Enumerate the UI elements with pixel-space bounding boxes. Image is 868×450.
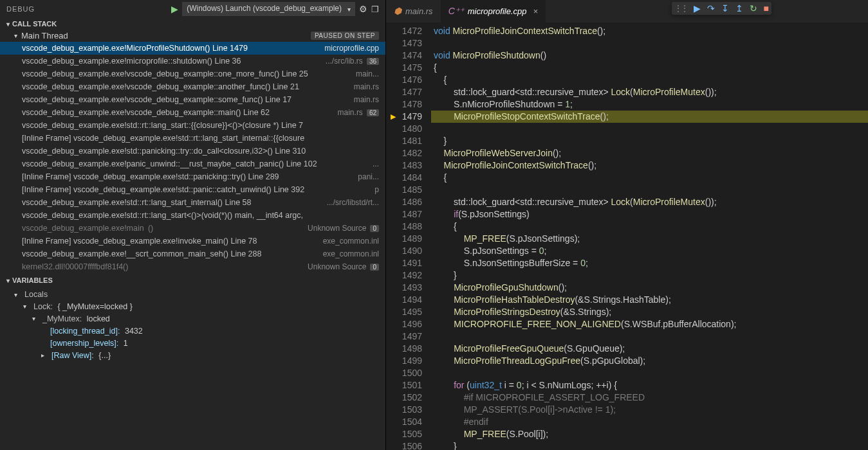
stack-frame[interactable]: vscode_debug_example.exe!std::rt::lang_s… — [0, 209, 385, 222]
code-line[interactable]: for (uint32_t i = 0; i < S.nNumLogs; ++i… — [431, 379, 868, 392]
chevron-right-icon: ▸ — [41, 352, 48, 359]
frame-label: vscode_debug_example.exe!vscode_debug_ex… — [22, 82, 349, 91]
stack-frame[interactable]: vscode_debug_example.exe!MicroProfileShu… — [0, 42, 385, 55]
code-line[interactable]: MicroProfileHashTableDestroy(&S.Strings.… — [431, 294, 868, 306]
locals-scope[interactable]: ▾ Locals — [0, 289, 385, 300]
code-line[interactable]: std::lock_guard<std::recursive_mutex> Lo… — [431, 86, 868, 98]
callstack-section-header[interactable]: ▾ CALL STACK — [0, 18, 385, 30]
stack-frame[interactable]: vscode_debug_example.exe!main ()Unknown … — [0, 222, 385, 235]
thread-state-badge: PAUSED ON STEP — [311, 32, 379, 40]
line-number: 1482 — [400, 147, 422, 159]
code-line[interactable]: { — [431, 221, 868, 233]
line-number: 1485 — [400, 184, 422, 196]
tab-microprofile-cpp[interactable]: C⁺⁺ microprofile.cpp × — [441, 0, 546, 22]
tab-label: microprofile.cpp — [468, 6, 527, 16]
code-line[interactable]: S.nJsonSettingsBufferSize = 0; — [431, 257, 868, 269]
stack-frame[interactable]: [Inline Frame] vscode_debug_example.exe!… — [0, 170, 385, 183]
line-number: 1480 — [400, 123, 422, 135]
stack-frame[interactable]: vscode_debug_example.exe!vscode_debug_ex… — [0, 93, 385, 106]
line-number: 1493 — [400, 282, 422, 294]
var-ownership-levels[interactable]: [ownership_levels]: 1 — [0, 337, 385, 349]
line-number: 1472 — [400, 25, 422, 37]
code-line[interactable]: S.nMicroProfileShutdown = 1; — [431, 98, 868, 111]
stack-frame[interactable]: kernel32.dll!00007ffffbdf81f4()Unknown S… — [0, 260, 385, 273]
code-line[interactable]: } — [431, 135, 868, 147]
code-line[interactable]: #endif — [431, 416, 868, 428]
code-line[interactable]: MicroProfileThreadLogGpuFree(S.pGpuGloba… — [431, 355, 868, 367]
stack-frame[interactable]: vscode_debug_example.exe!vscode_debug_ex… — [0, 106, 385, 119]
code-line[interactable]: MicroProfileStringsDestroy(&S.Strings); — [431, 306, 868, 318]
stack-frame[interactable]: vscode_debug_example.exe!vscode_debug_ex… — [0, 80, 385, 93]
var-raw-view[interactable]: ▸ [Raw View]: {...} — [0, 349, 385, 361]
stop-button[interactable]: ■ — [764, 3, 769, 14]
code-line[interactable]: MicroProfileStopContextSwitchTrace(); — [431, 111, 868, 123]
code-line[interactable] — [431, 367, 868, 379]
code-line[interactable]: MP_ASSERT(S.Pool[i]->nActive != 1); — [431, 404, 868, 416]
stack-frame[interactable]: [Inline Frame] vscode_debug_example.exe!… — [0, 235, 385, 248]
code-line[interactable]: { — [431, 62, 868, 74]
continue-button[interactable]: ▶ — [694, 3, 701, 14]
tab-main-rs[interactable]: ⬢ main.rs — [386, 0, 441, 22]
code-line[interactable]: { — [431, 74, 868, 86]
restart-button[interactable]: ↻ — [750, 3, 757, 14]
variables-section-header[interactable]: ▾ VARIABLES — [0, 274, 385, 286]
stack-frame[interactable]: vscode_debug_example.exe!std::rt::lang_s… — [0, 196, 385, 209]
debug-config-select[interactable]: (Windows) Launch (vscode_debug_example) … — [182, 2, 355, 16]
var-locking-thread-id[interactable]: [locking_thread_id]: 3432 — [0, 325, 385, 337]
var-lock[interactable]: ▾ Lock: { _MyMutex=locked } — [0, 300, 385, 312]
code-line[interactable]: if(S.pJsonSettings) — [431, 208, 868, 221]
var-mymutex[interactable]: ▾ _MyMutex: locked — [0, 312, 385, 325]
code-line[interactable]: MicroProfileWebServerJoin(); — [431, 147, 868, 159]
frame-line-badge: 62 — [367, 109, 379, 116]
code-line[interactable]: { — [431, 172, 868, 184]
code-line[interactable]: #if MICROPROFILE_ASSERT_LOG_FREED — [431, 392, 868, 404]
stack-frame[interactable]: vscode_debug_example.exe!vscode_debug_ex… — [0, 68, 385, 80]
code-line[interactable]: MICROPROFILE_FREE_NON_ALIGNED(S.WSBuf.pB… — [431, 318, 868, 330]
code-content[interactable]: void MicroProfileJoinContextSwitchTrace(… — [431, 22, 868, 450]
code-line[interactable] — [431, 123, 868, 135]
stack-frame[interactable]: [Inline Frame] vscode_debug_example.exe!… — [0, 132, 385, 145]
grip-icon[interactable]: ⋮⋮ — [674, 4, 687, 13]
locals-label: Locals — [24, 290, 48, 299]
step-into-button[interactable]: ↧ — [721, 3, 729, 14]
chevron-down-icon: ▾ — [32, 315, 39, 322]
frame-source: main.rs — [354, 95, 379, 104]
code-line[interactable]: } — [431, 440, 868, 450]
code-line[interactable] — [431, 184, 868, 196]
code-editor[interactable]: ▶ 14721473147414751476147714781479148014… — [386, 22, 868, 450]
code-line[interactable]: void MicroProfileShutdown() — [431, 50, 868, 62]
gear-icon[interactable]: ⚙ — [359, 4, 367, 14]
stack-frame[interactable]: vscode_debug_example.exe!microprofile::s… — [0, 55, 385, 68]
thread-row[interactable]: ▾ Main Thread PAUSED ON STEP — [0, 30, 385, 42]
code-line[interactable]: } — [431, 269, 868, 282]
code-line[interactable] — [431, 330, 868, 343]
stack-frame[interactable]: vscode_debug_example.exe!panic_unwind::_… — [0, 158, 385, 170]
code-line[interactable] — [431, 37, 868, 50]
code-line[interactable]: MP_FREE(S.Pool[i]); — [431, 428, 868, 440]
step-out-button[interactable]: ↥ — [735, 3, 743, 14]
line-number: 1475 — [400, 62, 422, 74]
code-line[interactable]: MicroProfileJoinContextSwitchTrace(); — [431, 159, 868, 172]
stack-frame[interactable]: vscode_debug_example.exe!__scrt_common_m… — [0, 248, 385, 260]
code-line[interactable]: S.pJsonSettings = 0; — [431, 245, 868, 257]
frame-source: .../src/lib.rs — [326, 57, 363, 66]
code-line[interactable]: MicroProfileFreeGpuQueue(S.GpuQueue); — [431, 343, 868, 355]
frame-label: vscode_debug_example.exe!main () — [22, 224, 302, 233]
frame-source: main.rs — [354, 82, 379, 91]
debug-console-icon[interactable]: ❐ — [371, 4, 379, 14]
code-line[interactable]: void MicroProfileJoinContextSwitchTrace(… — [431, 25, 868, 37]
stack-frame[interactable]: vscode_debug_example.exe!std::panicking:… — [0, 145, 385, 158]
code-line[interactable]: MicroProfileGpuShutdown(); — [431, 282, 868, 294]
line-number: 1473 — [400, 37, 422, 50]
line-number: 1490 — [400, 245, 422, 257]
code-line[interactable]: MP_FREE(S.pJsonSettings); — [431, 233, 868, 245]
frame-line-badge: 0 — [370, 264, 379, 271]
close-icon[interactable]: × — [533, 6, 539, 16]
start-debug-button[interactable]: ▶ — [171, 4, 178, 14]
step-over-button[interactable]: ↷ — [707, 3, 715, 14]
stack-frame[interactable]: vscode_debug_example.exe!std::rt::lang_s… — [0, 119, 385, 132]
code-line[interactable]: std::lock_guard<std::recursive_mutex> Lo… — [431, 196, 868, 208]
stack-frame[interactable]: [Inline Frame] vscode_debug_example.exe!… — [0, 183, 385, 196]
current-line-marker-icon: ▶ — [386, 111, 400, 123]
debug-toolbar[interactable]: ⋮⋮ ▶ ↷ ↧ ↥ ↻ ■ — [672, 2, 771, 15]
